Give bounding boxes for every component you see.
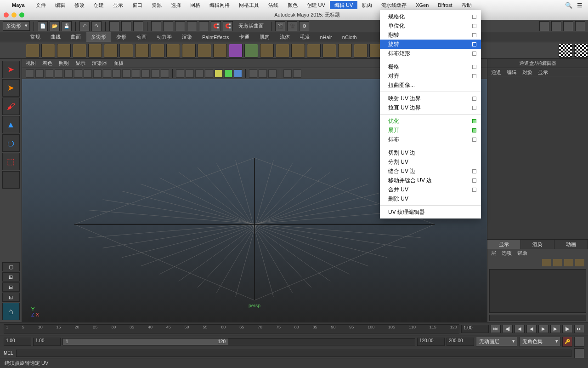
menuitem-删除 UV[interactable]: 删除 UV xyxy=(380,194,481,203)
rotate-tool[interactable]: ⭯ xyxy=(2,134,20,152)
search-icon[interactable]: 🔍 xyxy=(565,2,572,9)
vp-motion-icon[interactable] xyxy=(141,69,150,78)
vp-show-menu[interactable]: 显示 xyxy=(75,60,85,67)
anim-start-field[interactable]: 1.00 xyxy=(4,338,31,346)
prefs-icon[interactable] xyxy=(574,337,584,347)
script-editor-icon[interactable] xyxy=(574,348,584,358)
menu-文件[interactable]: 文件 xyxy=(31,1,51,9)
menuitem-映射 UV 边界[interactable]: 映射 UV 边界 xyxy=(380,94,481,103)
option-box-icon[interactable] xyxy=(472,33,476,37)
vp-aa-icon[interactable] xyxy=(151,69,159,78)
app-name[interactable]: Maya xyxy=(12,2,25,8)
shelf-tab-渲染[interactable]: 渲染 xyxy=(177,32,197,42)
prev-frame-button[interactable]: ◀ xyxy=(514,325,525,333)
select-obj-icon[interactable] xyxy=(121,21,131,31)
vp-renderer-menu[interactable]: 渲染器 xyxy=(92,60,107,67)
option-box-icon[interactable] xyxy=(472,188,476,192)
character-set-combo[interactable]: 无角色集 xyxy=(519,337,560,346)
layer-sel-icon[interactable] xyxy=(564,259,573,266)
vp-panels-menu[interactable]: 面板 xyxy=(113,60,124,67)
menuitem-单位化[interactable]: 单位化 xyxy=(380,21,481,30)
redo-icon[interactable]: ↷ xyxy=(91,21,102,31)
layer-menu-help[interactable]: 帮助 xyxy=(517,250,527,256)
shelf-tab-动力学[interactable]: 动力学 xyxy=(152,32,176,42)
layer-tab-render[interactable]: 渲染 xyxy=(521,240,554,249)
menuitem-扭曲图像...[interactable]: 扭曲图像... xyxy=(380,80,481,90)
menu-流水线缓存[interactable]: 流水线缓存 xyxy=(377,1,411,9)
vp-iso-icon[interactable] xyxy=(176,69,184,78)
menuitem-排布[interactable]: 排布 xyxy=(380,135,481,144)
layer-scrollbar[interactable] xyxy=(489,315,586,321)
last-tool[interactable] xyxy=(2,171,20,189)
cube-icon[interactable] xyxy=(41,44,55,58)
menu-编辑 UV[interactable]: 编辑 UV xyxy=(330,1,357,9)
menuitem-规格化[interactable]: 规格化 xyxy=(380,12,481,21)
shelf-tab-多边形[interactable]: 多边形 xyxy=(86,32,111,42)
cb-tab-edit[interactable]: 编辑 xyxy=(507,69,517,76)
layout-persp-icon[interactable]: ⊟ xyxy=(2,282,20,292)
layout-four-icon[interactable]: ⊞ xyxy=(2,272,20,282)
cone-icon[interactable] xyxy=(73,44,86,58)
render-icon[interactable]: 🎬 xyxy=(275,21,285,31)
autokey-button[interactable]: 🔑 xyxy=(562,337,572,347)
vp-camera-icon[interactable] xyxy=(26,69,34,78)
menu-法线[interactable]: 法线 xyxy=(264,1,283,9)
prism-icon[interactable] xyxy=(119,44,133,58)
undo-icon[interactable]: ↶ xyxy=(79,21,90,31)
render-settings-icon[interactable]: ⚙ xyxy=(299,21,309,31)
menuitem-拉直 UV 边界[interactable]: 拉直 UV 边界 xyxy=(380,103,481,112)
uv-checker-icon[interactable] xyxy=(559,44,572,58)
current-time-field[interactable]: 1.00 xyxy=(461,325,489,333)
vp-lighting-menu[interactable]: 照明 xyxy=(59,60,69,67)
menu-颜色[interactable]: 颜色 xyxy=(283,1,302,9)
vp-cube-icon[interactable] xyxy=(283,69,292,78)
menu-创建[interactable]: 创建 xyxy=(89,1,108,9)
layer-del-icon[interactable] xyxy=(575,259,584,266)
vp-joint-icon[interactable] xyxy=(195,69,204,78)
menu-网格[interactable]: 网格 xyxy=(186,1,205,9)
panel-layout2-icon[interactable] xyxy=(551,21,561,31)
option-box-icon[interactable] xyxy=(472,65,476,69)
pipe-icon[interactable] xyxy=(151,44,164,58)
vp-view-menu[interactable]: 视图 xyxy=(26,60,36,67)
go-end-button[interactable]: ⏭ xyxy=(574,325,584,333)
menuitem-UV 纹理编辑器[interactable]: UV 纹理编辑器 xyxy=(380,207,481,217)
menu-窗口[interactable]: 窗口 xyxy=(128,1,147,9)
soccer-icon[interactable] xyxy=(182,44,196,58)
select-comp-icon[interactable] xyxy=(133,21,143,31)
shelf-tab-变形[interactable]: 变形 xyxy=(112,32,131,42)
option-box-icon[interactable] xyxy=(472,52,476,56)
option-box-icon[interactable] xyxy=(472,169,476,173)
bridge-icon[interactable] xyxy=(291,44,305,58)
combine-icon[interactable] xyxy=(244,44,258,58)
vp-bookmark-icon[interactable] xyxy=(35,69,44,78)
range-slider[interactable]: 1 120 xyxy=(62,338,415,345)
snap-plane-icon[interactable] xyxy=(187,21,197,31)
cb-tab-show[interactable]: 显示 xyxy=(538,69,548,76)
mirror-icon[interactable] xyxy=(322,44,336,58)
vp-shade-icon[interactable] xyxy=(84,69,92,78)
menu-肌肉[interactable]: 肌肉 xyxy=(357,1,377,9)
platonic-icon[interactable] xyxy=(198,44,211,58)
shelf-tab-曲面[interactable]: 曲面 xyxy=(66,32,85,42)
shelf-tab-曲线[interactable]: 曲线 xyxy=(46,32,65,42)
menu-编辑[interactable]: 编辑 xyxy=(51,1,70,9)
vp-film-icon[interactable] xyxy=(55,69,63,78)
range-start-field[interactable]: 1.00 xyxy=(33,338,61,346)
vp-light-g-icon[interactable] xyxy=(224,69,232,78)
open-scene-icon[interactable]: 📂 xyxy=(50,21,60,31)
cylinder-icon[interactable] xyxy=(57,44,71,58)
select-tool[interactable]: ➤ xyxy=(2,61,20,78)
menuitem-分割 UV[interactable]: 分割 UV xyxy=(380,157,481,167)
snap-grid-icon[interactable] xyxy=(151,21,161,31)
command-input[interactable] xyxy=(16,350,571,357)
minimize-button[interactable] xyxy=(11,12,17,17)
ipr-icon[interactable]: 🎥 xyxy=(287,21,297,31)
extrude-icon[interactable] xyxy=(276,44,289,58)
shelf-tab-nHair[interactable]: nHair xyxy=(316,33,337,41)
menuitem-移动并缝合 UV 边[interactable]: 移动并缝合 UV 边 xyxy=(380,176,481,185)
go-start-button[interactable]: ⏮ xyxy=(491,325,501,333)
play-button[interactable]: ▶ xyxy=(538,325,548,333)
anim-layer-combo[interactable]: 无动画层 xyxy=(476,337,517,346)
move-tool[interactable]: ▲ xyxy=(2,116,20,133)
